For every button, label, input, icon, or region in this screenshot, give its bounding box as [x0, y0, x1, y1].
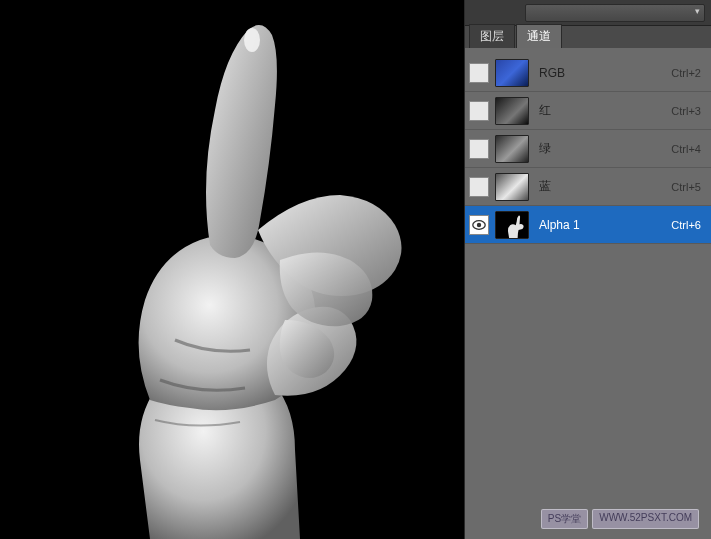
channel-thumbnail — [495, 59, 529, 87]
svg-point-1 — [244, 28, 260, 52]
channel-name: Alpha 1 — [539, 218, 671, 232]
channel-name: RGB — [539, 66, 671, 80]
channel-thumbnail — [495, 135, 529, 163]
channel-row-red[interactable]: 红 Ctrl+3 — [465, 92, 711, 130]
channel-row-blue[interactable]: 蓝 Ctrl+5 — [465, 168, 711, 206]
options-dropdown[interactable] — [525, 4, 705, 22]
canvas-area[interactable] — [0, 0, 464, 539]
panel-tabs: 图层 通道 — [465, 26, 711, 48]
channel-shortcut: Ctrl+3 — [671, 105, 701, 117]
channels-list: RGB Ctrl+2 红 Ctrl+3 绿 Ctrl+4 — [465, 48, 711, 539]
tab-channels[interactable]: 通道 — [516, 24, 562, 48]
channel-shortcut: Ctrl+5 — [671, 181, 701, 193]
visibility-toggle[interactable] — [469, 63, 489, 83]
canvas-image — [0, 0, 464, 539]
channel-shortcut: Ctrl+2 — [671, 67, 701, 79]
side-panel: 图层 通道 RGB Ctrl+2 红 Ctrl+3 — [464, 0, 711, 539]
channel-row-green[interactable]: 绿 Ctrl+4 — [465, 130, 711, 168]
eye-icon — [472, 220, 486, 230]
watermark-right: WWW.52PSXT.COM — [592, 509, 699, 529]
watermark-left: PS学堂 — [541, 509, 588, 529]
visibility-toggle[interactable] — [469, 139, 489, 159]
channel-name: 蓝 — [539, 178, 671, 195]
visibility-toggle[interactable] — [469, 101, 489, 121]
channel-thumbnail — [495, 97, 529, 125]
watermark: PS学堂 WWW.52PSXT.COM — [541, 509, 699, 529]
channel-shortcut: Ctrl+4 — [671, 143, 701, 155]
channel-row-rgb[interactable]: RGB Ctrl+2 — [465, 54, 711, 92]
channel-thumbnail — [495, 211, 529, 239]
visibility-toggle[interactable] — [469, 177, 489, 197]
svg-point-3 — [477, 222, 481, 226]
options-bar — [465, 0, 711, 26]
channel-shortcut: Ctrl+6 — [671, 219, 701, 231]
channel-name: 红 — [539, 102, 671, 119]
tab-layers[interactable]: 图层 — [469, 24, 515, 48]
visibility-toggle[interactable] — [469, 215, 489, 235]
channel-name: 绿 — [539, 140, 671, 157]
channel-thumbnail — [495, 173, 529, 201]
channel-row-alpha1[interactable]: Alpha 1 Ctrl+6 — [465, 206, 711, 244]
